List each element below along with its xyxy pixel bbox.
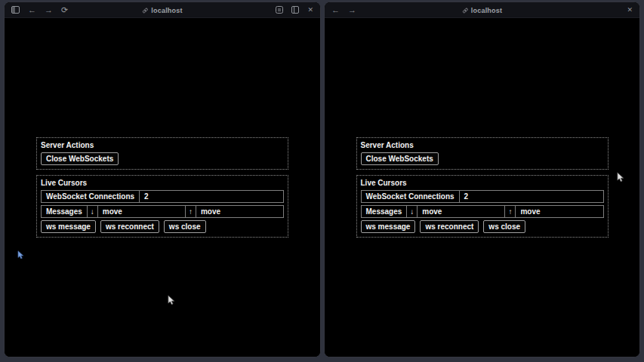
sidebar-toggle-icon[interactable] (11, 6, 20, 14)
messages-label: Messages (42, 206, 88, 217)
close-window-icon[interactable]: ✕ (627, 7, 633, 14)
ws-close-button[interactable]: ws close (483, 220, 525, 233)
websocket-connections-value: 2 (460, 191, 603, 202)
messages-label: Messages (362, 206, 408, 217)
websocket-connections-value: 2 (140, 191, 283, 202)
incoming-message-value: move (98, 206, 186, 217)
link-icon (142, 8, 148, 14)
server-actions-title: Server Actions (361, 141, 604, 150)
websocket-connections-label: WebSocket Connections (42, 191, 140, 202)
address-display[interactable]: localhost (142, 2, 182, 18)
page-title: localhost (151, 7, 182, 14)
outgoing-message-value: move (196, 206, 283, 217)
ws-actions-row: ws message ws reconnect ws close (361, 218, 604, 233)
ws-actions-row: ws message ws reconnect ws close (41, 218, 284, 233)
page-content-right: Server Actions Close WebSockets Live Cur… (325, 18, 639, 357)
page-title: localhost (471, 7, 502, 14)
arrow-down-icon: ↓ (88, 206, 98, 217)
back-icon[interactable]: ← (331, 6, 340, 14)
websocket-connections-label: WebSocket Connections (362, 191, 460, 202)
forward-icon[interactable]: → (348, 6, 356, 14)
reader-view-icon[interactable] (276, 6, 283, 14)
tabs-icon[interactable] (291, 6, 299, 14)
page-content-left: Server Actions Close WebSockets Live Cur… (5, 18, 320, 357)
browser-window-right: ← → localhost ✕ Server Ac (324, 2, 640, 357)
ws-message-button[interactable]: ws message (41, 220, 96, 233)
arrow-down-icon: ↓ (407, 206, 418, 217)
ws-reconnect-button[interactable]: ws reconnect (420, 220, 479, 233)
titlebar-right[interactable]: ← → localhost ✕ (325, 2, 639, 18)
arrow-up-icon: ↑ (505, 206, 516, 217)
arrow-up-icon: ↑ (186, 206, 196, 217)
close-window-icon[interactable]: ✕ (307, 7, 313, 14)
live-cursors-panel: Live Cursors WebSocket Connections 2 Mes… (356, 175, 609, 238)
close-websockets-button[interactable]: Close WebSockets (41, 152, 119, 165)
ws-reconnect-button[interactable]: ws reconnect (100, 220, 159, 233)
websocket-connections-row: WebSocket Connections 2 (41, 190, 284, 203)
live-cursors-title: Live Cursors (361, 179, 604, 188)
ws-message-button[interactable]: ws message (361, 220, 416, 233)
websocket-connections-row: WebSocket Connections 2 (361, 190, 604, 203)
live-cursors-title: Live Cursors (41, 179, 284, 188)
live-cursors-panel: Live Cursors WebSocket Connections 2 Mes… (36, 175, 288, 238)
outgoing-message-value: move (516, 206, 602, 217)
ws-close-button[interactable]: ws close (164, 220, 206, 233)
incoming-message-value: move (418, 206, 505, 217)
server-actions-title: Server Actions (41, 141, 284, 150)
close-websockets-button[interactable]: Close WebSockets (361, 152, 439, 165)
titlebar-left-controls: ✕ (276, 6, 313, 14)
titlebar-right-nav: ← → (331, 6, 356, 14)
titlebar-left[interactable]: ← → ⟳ localhost (5, 2, 320, 18)
link-icon (462, 8, 468, 14)
titlebar-left-nav: ← → ⟳ (11, 6, 68, 14)
address-display[interactable]: localhost (462, 2, 502, 18)
desktop-background: ← → ⟳ localhost (0, 0, 644, 362)
server-actions-panel: Server Actions Close WebSockets (36, 137, 288, 170)
server-actions-panel: Server Actions Close WebSockets (356, 137, 609, 170)
messages-row: Messages ↓ move ↑ move (361, 205, 604, 218)
titlebar-right-controls: ✕ (627, 7, 633, 14)
forward-icon[interactable]: → (45, 6, 53, 14)
reload-icon[interactable]: ⟳ (61, 6, 68, 14)
browser-window-left: ← → ⟳ localhost (4, 2, 321, 357)
back-icon[interactable]: ← (28, 6, 36, 14)
messages-row: Messages ↓ move ↑ move (41, 205, 284, 218)
